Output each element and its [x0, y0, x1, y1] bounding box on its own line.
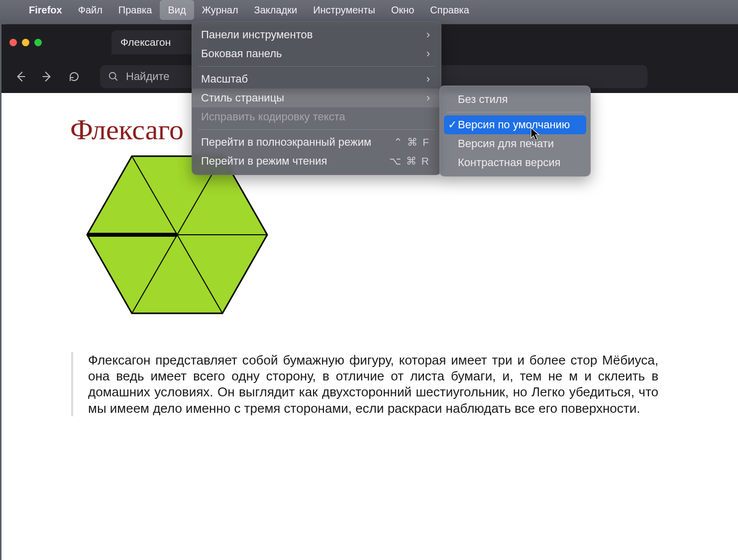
close-window-button[interactable]	[9, 39, 17, 46]
chevron-right-icon: ›	[426, 73, 430, 86]
menu-item-toolbars[interactable]: Панели инструментов ›	[192, 25, 441, 44]
style-option-none[interactable]: Без стиля	[444, 90, 586, 109]
chevron-right-icon: ›	[426, 28, 430, 41]
menubar-item-history[interactable]: Журнал	[194, 0, 246, 20]
menubar-item-help[interactable]: Справка	[422, 0, 477, 20]
menu-item-label: Панели инструментов	[201, 28, 313, 41]
forward-button[interactable]	[36, 66, 58, 88]
menu-item-fullscreen[interactable]: Перейти в полноэкранный режим ⌃ ⌘ F	[192, 133, 441, 152]
menu-item-label: Боковая панель	[201, 47, 282, 60]
menu-item-fix-encoding: Исправить кодировку текста	[192, 107, 441, 126]
menu-separator	[198, 129, 435, 130]
style-option-default[interactable]: ✓ Версия по умолчанию	[444, 115, 586, 134]
maximize-window-button[interactable]	[34, 39, 42, 46]
menu-item-label: Масштаб	[201, 73, 248, 86]
check-icon: ✓	[448, 118, 457, 131]
menu-item-label: Перейти в полноэкранный режим	[201, 136, 371, 149]
arrow-right-icon	[41, 70, 54, 83]
submenu-item-label: Версия для печати	[458, 137, 554, 150]
hexagon-figure	[86, 155, 738, 316]
minimize-window-button[interactable]	[22, 39, 29, 46]
submenu-item-label: Без стиля	[458, 93, 508, 106]
menubar-item-file[interactable]: Файл	[70, 0, 110, 20]
chevron-right-icon: ›	[426, 92, 430, 104]
submenu-item-label: Версия по умолчанию	[458, 118, 570, 131]
menu-item-label: Перейти в режим чтения	[201, 155, 327, 168]
menu-separator	[198, 66, 435, 67]
style-option-print[interactable]: Версия для печати	[444, 134, 586, 153]
menubar-item-edit[interactable]: Правка	[110, 0, 160, 20]
search-placeholder-text: Найдите	[126, 70, 170, 83]
menu-item-zoom[interactable]: Масштаб ›	[192, 70, 441, 89]
shortcut-label: ⌃ ⌘ F	[394, 136, 430, 148]
reload-button[interactable]	[63, 66, 85, 88]
submenu-item-label: Контрастная версия	[458, 156, 560, 169]
chevron-right-icon: ›	[426, 47, 430, 60]
menubar-item-window[interactable]: Окно	[383, 0, 422, 20]
menu-item-sidebar[interactable]: Боковая панель ›	[192, 44, 441, 63]
menubar-item-tools[interactable]: Инструменты	[305, 0, 383, 20]
menu-item-label: Исправить кодировку текста	[201, 110, 345, 123]
macos-menubar: Firefox Файл Правка Вид Журнал Закладки …	[0, 0, 738, 20]
menubar-item-view[interactable]: Вид	[160, 0, 194, 20]
window-controls	[9, 39, 42, 46]
menu-item-reader-mode[interactable]: Перейти в режим чтения ⌥ ⌘ R	[192, 152, 441, 171]
page-paragraph: Флексагон представляет собой бумажную фи…	[71, 352, 658, 416]
menu-item-label: Стиль страницы	[201, 92, 284, 104]
menubar-appname[interactable]: Firefox	[21, 0, 70, 20]
shortcut-label: ⌥ ⌘ R	[389, 155, 430, 167]
back-button[interactable]	[9, 66, 31, 88]
style-option-contrast[interactable]: Контрастная версия	[444, 153, 586, 172]
arrow-left-icon	[14, 70, 27, 83]
menu-separator	[447, 112, 583, 112]
menubar-item-bookmarks[interactable]: Закладки	[246, 0, 306, 20]
hexagon-icon	[86, 155, 268, 314]
view-menu-dropdown: Панели инструментов › Боковая панель › М…	[192, 21, 441, 175]
reload-icon	[68, 71, 80, 83]
search-icon	[108, 71, 119, 82]
menu-item-page-style[interactable]: Стиль страницы ›	[192, 89, 441, 107]
page-style-submenu: Без стиля ✓ Версия по умолчанию Версия д…	[439, 86, 591, 177]
